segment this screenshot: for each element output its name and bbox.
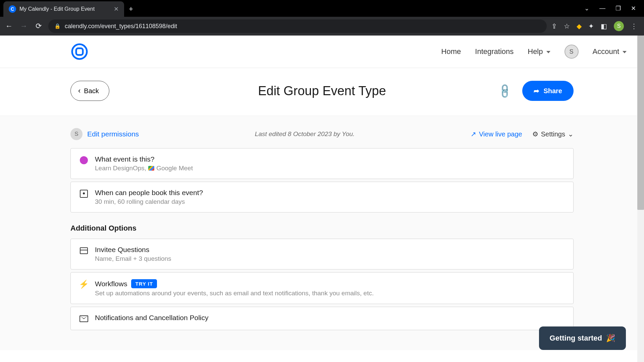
profile-avatar[interactable]: S — [614, 21, 624, 31]
calendly-logo[interactable] — [70, 43, 89, 61]
minimize-icon[interactable]: — — [599, 5, 605, 12]
reload-icon[interactable]: ⟳ — [34, 22, 44, 31]
maximize-icon[interactable]: ❐ — [615, 5, 621, 12]
tabs-dropdown-icon[interactable]: ⌄ — [584, 5, 589, 12]
external-link-icon: ↗ — [471, 130, 476, 138]
card-notifications[interactable]: Notifications and Cancellation Policy — [70, 307, 574, 330]
card-when-title: When can people book this event? — [95, 189, 565, 197]
bolt-icon: ⚡ — [79, 280, 89, 289]
svg-rect-1 — [76, 48, 83, 55]
copy-link-icon[interactable]: 🔗 — [496, 82, 513, 100]
nav-integrations[interactable]: Integrations — [475, 47, 514, 56]
view-live-link[interactable]: ↗ View live page — [471, 130, 522, 138]
card-invitee-questions[interactable]: Invitee Questions Name, Email + 3 questi… — [70, 239, 574, 269]
back-button[interactable]: ‹ Back — [70, 81, 109, 101]
calendar-icon — [80, 190, 88, 198]
event-color-dot — [80, 156, 88, 164]
card-workflows-title: Workflows TRY IT — [95, 279, 565, 288]
settings-dropdown[interactable]: ⚙ Settings ⌄ — [532, 130, 574, 138]
card-invitee-sub: Name, Email + 3 questions — [95, 255, 565, 262]
nav-help[interactable]: Help — [528, 47, 550, 56]
content-area: S Edit permissions Last edited 8 October… — [0, 116, 644, 350]
card-workflows[interactable]: ⚡ Workflows TRY IT Set up automations ar… — [70, 272, 574, 304]
browser-tab[interactable]: C My Calendly - Edit Group Event ✕ — [3, 1, 124, 17]
share-button[interactable]: ➦ Share — [522, 81, 574, 101]
back-label: Back — [84, 87, 99, 95]
kebab-menu-icon[interactable]: ⋮ — [631, 22, 637, 30]
forward-nav-icon[interactable]: → — [19, 22, 29, 31]
extensions-icon[interactable]: ✦ — [588, 22, 594, 30]
browser-toolbar: ← → ⟳ 🔒 calendly.com/event_types/1611085… — [0, 17, 644, 36]
meta-row: S Edit permissions Last edited 8 October… — [70, 128, 574, 140]
url-text: calendly.com/event_types/161108598/edit — [65, 23, 177, 30]
calendly-favicon: C — [9, 5, 16, 13]
getting-started-widget[interactable]: Getting started 🎉 — [539, 326, 626, 350]
page-scrollbar[interactable] — [637, 36, 644, 362]
address-bar[interactable]: 🔒 calendly.com/event_types/161108598/edi… — [48, 19, 547, 33]
close-window-icon[interactable]: ✕ — [631, 5, 636, 12]
browser-titlebar: C My Calendly - Edit Group Event ✕ + ⌄ —… — [0, 0, 644, 17]
scrollbar-thumb[interactable] — [637, 36, 644, 210]
share-arrow-icon: ➦ — [534, 87, 539, 95]
share-label: Share — [543, 87, 562, 95]
mail-icon — [79, 315, 88, 322]
owner-avatar: S — [70, 128, 83, 140]
svg-point-0 — [72, 44, 87, 59]
new-tab-button[interactable]: + — [124, 1, 138, 17]
card-invitee-title: Invitee Questions — [95, 246, 565, 254]
card-what-title: What event is this? — [95, 155, 565, 163]
party-popper-icon: 🎉 — [606, 334, 615, 343]
last-edited-text: Last edited 8 October 2023 by You. — [255, 130, 355, 138]
card-when-sub: 30 min, 60 rolling calendar days — [95, 198, 565, 205]
lock-icon: 🔒 — [54, 23, 61, 29]
tab-title: My Calendly - Edit Group Event — [19, 6, 110, 12]
edit-permissions-link[interactable]: Edit permissions — [87, 130, 139, 138]
form-icon — [80, 247, 88, 254]
extension-pin-icon[interactable]: ◆ — [577, 22, 582, 30]
top-navigation: Home Integrations Help S Account — [0, 36, 644, 68]
getting-started-label: Getting started — [550, 334, 602, 343]
window-controls: ⌄ — ❐ ✕ — [576, 0, 644, 17]
card-what-sub: Learn DesignOps, Google Meet — [95, 165, 565, 172]
page-viewport: Home Integrations Help S Account ‹ Back … — [0, 36, 644, 362]
gear-icon: ⚙ — [532, 130, 538, 138]
user-avatar[interactable]: S — [565, 45, 579, 59]
card-workflows-sub: Set up automations around your events, s… — [95, 290, 565, 297]
additional-options-heading: Additional Options — [70, 224, 574, 233]
nav-home[interactable]: Home — [441, 47, 461, 56]
page-subheader: ‹ Back Edit Group Event Type 🔗 ➦ Share — [0, 68, 644, 116]
bookmark-icon[interactable]: ☆ — [564, 22, 570, 30]
nav-account[interactable]: Account — [593, 47, 627, 56]
sidepanel-icon[interactable]: ◧ — [601, 22, 607, 30]
try-it-badge: TRY IT — [131, 279, 157, 288]
card-what-event[interactable]: What event is this? Learn DesignOps, Goo… — [70, 148, 574, 179]
chevron-left-icon: ‹ — [78, 86, 80, 95]
page-title: Edit Group Event Type — [258, 84, 386, 98]
card-notifications-title: Notifications and Cancellation Policy — [95, 314, 565, 322]
share-page-icon[interactable]: ⇪ — [551, 22, 557, 30]
back-nav-icon[interactable]: ← — [4, 22, 14, 31]
card-when-book[interactable]: When can people book this event? 30 min,… — [70, 182, 574, 213]
close-tab-icon[interactable]: ✕ — [114, 5, 119, 13]
google-meet-icon — [148, 166, 154, 171]
chevron-down-icon: ⌄ — [568, 130, 574, 138]
